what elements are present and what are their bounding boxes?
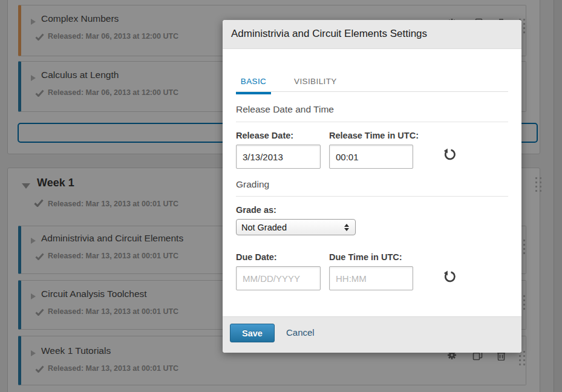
grade-as-selected-value: Not Graded [241,223,287,232]
modal-header: Administrivia and Circuit Elements Setti… [223,20,521,49]
release-section-heading: Release Date and Time [236,104,334,115]
due-date-label: Due Date: [236,252,277,262]
cancel-link[interactable]: Cancel [286,327,315,338]
due-time-input[interactable] [329,266,413,290]
grade-as-label: Grade as: [236,205,276,215]
tab-visibility[interactable]: VISIBILITY [290,76,335,91]
release-date-input[interactable] [236,145,321,169]
reset-due-defaults-icon[interactable] [443,270,456,284]
release-time-label: Release Time in UTC: [329,131,419,140]
modal-footer: Save Cancel [223,316,521,353]
due-date-input[interactable] [236,266,321,290]
save-button[interactable]: Save [230,324,275,342]
release-time-input[interactable] [329,145,413,169]
select-stepper-arrows-icon [344,224,350,231]
course-outline-page: Complex Numbers Released: Mar 06, 2013 a… [0,0,562,392]
tabs-divider [236,91,508,92]
grading-section-divider [236,196,508,197]
release-section-divider [236,122,508,122]
grading-section-heading: Grading [236,179,269,190]
grade-as-select[interactable]: Not Graded [236,219,356,235]
release-date-label: Release Date: [236,131,293,140]
subsection-settings-modal: Administrivia and Circuit Elements Setti… [223,20,521,353]
due-time-label: Due Time in UTC: [329,252,402,262]
modal-title: Administrivia and Circuit Elements Setti… [231,28,427,40]
reset-release-defaults-icon[interactable] [443,148,456,162]
